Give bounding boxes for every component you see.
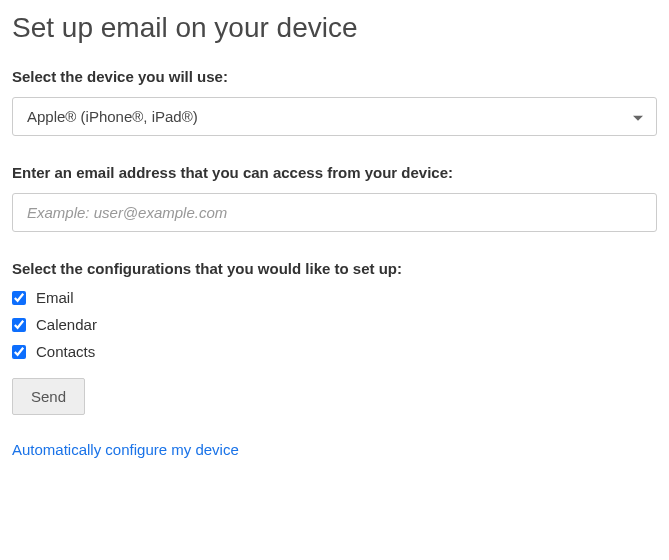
send-button[interactable]: Send <box>12 378 85 415</box>
device-label: Select the device you will use: <box>12 68 657 85</box>
contacts-checkbox[interactable] <box>12 345 26 359</box>
calendar-checkbox[interactable] <box>12 318 26 332</box>
email-checkbox-label: Email <box>36 289 74 306</box>
device-select[interactable]: Apple® (iPhone®, iPad®) <box>12 97 657 136</box>
calendar-checkbox-label: Calendar <box>36 316 97 333</box>
config-label: Select the configurations that you would… <box>12 260 657 277</box>
auto-configure-link[interactable]: Automatically configure my device <box>12 441 239 458</box>
contacts-checkbox-label: Contacts <box>36 343 95 360</box>
page-title: Set up email on your device <box>12 12 657 44</box>
email-checkbox[interactable] <box>12 291 26 305</box>
email-label: Enter an email address that you can acce… <box>12 164 657 181</box>
email-input[interactable] <box>12 193 657 232</box>
